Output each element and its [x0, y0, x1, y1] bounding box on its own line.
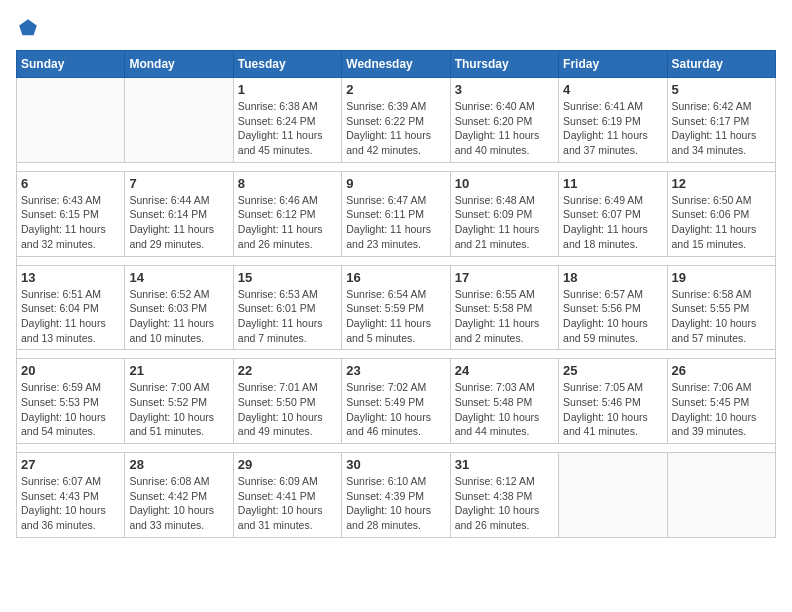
weekday-header: Monday	[125, 51, 233, 78]
day-info: Sunrise: 6:59 AM Sunset: 5:53 PM Dayligh…	[21, 380, 120, 439]
calendar-cell: 20Sunrise: 6:59 AM Sunset: 5:53 PM Dayli…	[17, 359, 125, 444]
weekday-header: Friday	[559, 51, 667, 78]
day-info: Sunrise: 6:12 AM Sunset: 4:38 PM Dayligh…	[455, 474, 554, 533]
calendar-cell: 1Sunrise: 6:38 AM Sunset: 6:24 PM Daylig…	[233, 78, 341, 163]
day-number: 10	[455, 176, 554, 191]
calendar-cell: 2Sunrise: 6:39 AM Sunset: 6:22 PM Daylig…	[342, 78, 450, 163]
day-info: Sunrise: 7:02 AM Sunset: 5:49 PM Dayligh…	[346, 380, 445, 439]
day-number: 15	[238, 270, 337, 285]
day-number: 25	[563, 363, 662, 378]
day-number: 8	[238, 176, 337, 191]
day-number: 17	[455, 270, 554, 285]
calendar-cell: 13Sunrise: 6:51 AM Sunset: 6:04 PM Dayli…	[17, 265, 125, 350]
calendar-cell: 3Sunrise: 6:40 AM Sunset: 6:20 PM Daylig…	[450, 78, 558, 163]
calendar-cell: 4Sunrise: 6:41 AM Sunset: 6:19 PM Daylig…	[559, 78, 667, 163]
day-number: 16	[346, 270, 445, 285]
day-number: 28	[129, 457, 228, 472]
calendar-cell: 24Sunrise: 7:03 AM Sunset: 5:48 PM Dayli…	[450, 359, 558, 444]
day-number: 3	[455, 82, 554, 97]
day-info: Sunrise: 6:39 AM Sunset: 6:22 PM Dayligh…	[346, 99, 445, 158]
calendar-cell: 25Sunrise: 7:05 AM Sunset: 5:46 PM Dayli…	[559, 359, 667, 444]
day-info: Sunrise: 6:44 AM Sunset: 6:14 PM Dayligh…	[129, 193, 228, 252]
day-info: Sunrise: 6:09 AM Sunset: 4:41 PM Dayligh…	[238, 474, 337, 533]
day-info: Sunrise: 6:58 AM Sunset: 5:55 PM Dayligh…	[672, 287, 771, 346]
weekday-header: Thursday	[450, 51, 558, 78]
day-number: 2	[346, 82, 445, 97]
weekday-header: Wednesday	[342, 51, 450, 78]
day-info: Sunrise: 6:42 AM Sunset: 6:17 PM Dayligh…	[672, 99, 771, 158]
calendar-week-row: 6Sunrise: 6:43 AM Sunset: 6:15 PM Daylig…	[17, 171, 776, 256]
calendar-cell: 31Sunrise: 6:12 AM Sunset: 4:38 PM Dayli…	[450, 453, 558, 538]
day-info: Sunrise: 7:06 AM Sunset: 5:45 PM Dayligh…	[672, 380, 771, 439]
calendar-cell: 22Sunrise: 7:01 AM Sunset: 5:50 PM Dayli…	[233, 359, 341, 444]
day-number: 30	[346, 457, 445, 472]
day-number: 9	[346, 176, 445, 191]
calendar-cell: 14Sunrise: 6:52 AM Sunset: 6:03 PM Dayli…	[125, 265, 233, 350]
day-number: 26	[672, 363, 771, 378]
calendar-week-row: 20Sunrise: 6:59 AM Sunset: 5:53 PM Dayli…	[17, 359, 776, 444]
day-number: 22	[238, 363, 337, 378]
day-info: Sunrise: 6:54 AM Sunset: 5:59 PM Dayligh…	[346, 287, 445, 346]
day-info: Sunrise: 6:51 AM Sunset: 6:04 PM Dayligh…	[21, 287, 120, 346]
calendar-cell: 15Sunrise: 6:53 AM Sunset: 6:01 PM Dayli…	[233, 265, 341, 350]
calendar-cell: 12Sunrise: 6:50 AM Sunset: 6:06 PM Dayli…	[667, 171, 775, 256]
calendar-cell: 5Sunrise: 6:42 AM Sunset: 6:17 PM Daylig…	[667, 78, 775, 163]
day-number: 23	[346, 363, 445, 378]
separator-cell	[17, 350, 776, 359]
day-info: Sunrise: 6:47 AM Sunset: 6:11 PM Dayligh…	[346, 193, 445, 252]
day-number: 19	[672, 270, 771, 285]
day-info: Sunrise: 6:53 AM Sunset: 6:01 PM Dayligh…	[238, 287, 337, 346]
day-number: 18	[563, 270, 662, 285]
weekday-header: Sunday	[17, 51, 125, 78]
day-info: Sunrise: 6:55 AM Sunset: 5:58 PM Dayligh…	[455, 287, 554, 346]
day-info: Sunrise: 6:52 AM Sunset: 6:03 PM Dayligh…	[129, 287, 228, 346]
calendar-week-row: 27Sunrise: 6:07 AM Sunset: 4:43 PM Dayli…	[17, 453, 776, 538]
day-info: Sunrise: 7:00 AM Sunset: 5:52 PM Dayligh…	[129, 380, 228, 439]
calendar-week-row: 1Sunrise: 6:38 AM Sunset: 6:24 PM Daylig…	[17, 78, 776, 163]
calendar-week-row: 13Sunrise: 6:51 AM Sunset: 6:04 PM Dayli…	[17, 265, 776, 350]
day-info: Sunrise: 6:40 AM Sunset: 6:20 PM Dayligh…	[455, 99, 554, 158]
day-number: 20	[21, 363, 120, 378]
logo-icon	[16, 16, 40, 40]
calendar-header-row: SundayMondayTuesdayWednesdayThursdayFrid…	[17, 51, 776, 78]
calendar-cell: 19Sunrise: 6:58 AM Sunset: 5:55 PM Dayli…	[667, 265, 775, 350]
day-number: 12	[672, 176, 771, 191]
day-number: 21	[129, 363, 228, 378]
calendar-table: SundayMondayTuesdayWednesdayThursdayFrid…	[16, 50, 776, 538]
day-number: 6	[21, 176, 120, 191]
day-info: Sunrise: 7:05 AM Sunset: 5:46 PM Dayligh…	[563, 380, 662, 439]
day-info: Sunrise: 6:41 AM Sunset: 6:19 PM Dayligh…	[563, 99, 662, 158]
day-number: 27	[21, 457, 120, 472]
calendar-cell: 17Sunrise: 6:55 AM Sunset: 5:58 PM Dayli…	[450, 265, 558, 350]
day-info: Sunrise: 6:57 AM Sunset: 5:56 PM Dayligh…	[563, 287, 662, 346]
weekday-header: Tuesday	[233, 51, 341, 78]
calendar-cell	[17, 78, 125, 163]
calendar-cell	[125, 78, 233, 163]
separator-cell	[17, 256, 776, 265]
day-info: Sunrise: 6:48 AM Sunset: 6:09 PM Dayligh…	[455, 193, 554, 252]
calendar-cell: 27Sunrise: 6:07 AM Sunset: 4:43 PM Dayli…	[17, 453, 125, 538]
day-number: 1	[238, 82, 337, 97]
week-separator	[17, 350, 776, 359]
day-number: 24	[455, 363, 554, 378]
calendar-cell: 23Sunrise: 7:02 AM Sunset: 5:49 PM Dayli…	[342, 359, 450, 444]
calendar-cell: 7Sunrise: 6:44 AM Sunset: 6:14 PM Daylig…	[125, 171, 233, 256]
day-number: 7	[129, 176, 228, 191]
day-info: Sunrise: 6:07 AM Sunset: 4:43 PM Dayligh…	[21, 474, 120, 533]
day-info: Sunrise: 6:50 AM Sunset: 6:06 PM Dayligh…	[672, 193, 771, 252]
separator-cell	[17, 162, 776, 171]
day-number: 29	[238, 457, 337, 472]
svg-marker-0	[19, 19, 37, 35]
calendar-cell: 26Sunrise: 7:06 AM Sunset: 5:45 PM Dayli…	[667, 359, 775, 444]
week-separator	[17, 256, 776, 265]
calendar-cell: 30Sunrise: 6:10 AM Sunset: 4:39 PM Dayli…	[342, 453, 450, 538]
week-separator	[17, 162, 776, 171]
day-number: 13	[21, 270, 120, 285]
day-info: Sunrise: 7:01 AM Sunset: 5:50 PM Dayligh…	[238, 380, 337, 439]
calendar-cell	[667, 453, 775, 538]
day-info: Sunrise: 6:38 AM Sunset: 6:24 PM Dayligh…	[238, 99, 337, 158]
weekday-header: Saturday	[667, 51, 775, 78]
calendar-cell: 9Sunrise: 6:47 AM Sunset: 6:11 PM Daylig…	[342, 171, 450, 256]
calendar-cell: 8Sunrise: 6:46 AM Sunset: 6:12 PM Daylig…	[233, 171, 341, 256]
calendar-cell: 16Sunrise: 6:54 AM Sunset: 5:59 PM Dayli…	[342, 265, 450, 350]
